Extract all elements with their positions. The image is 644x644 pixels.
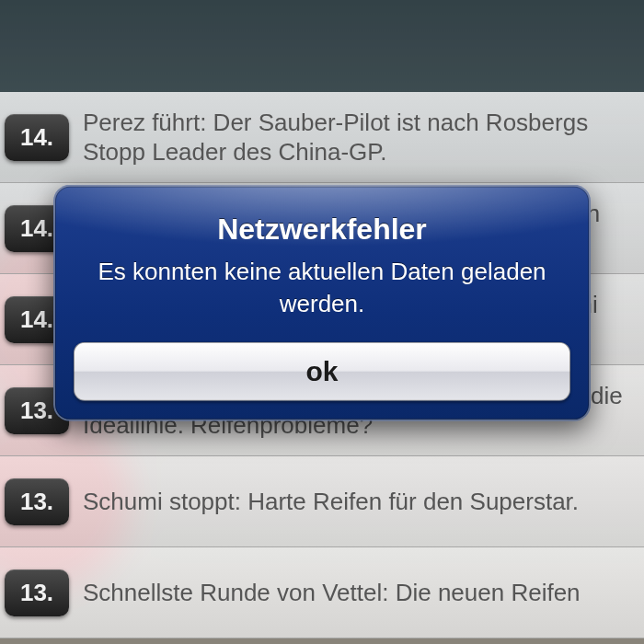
network-error-alert: Netzwerkfehler Es konnten keine aktuelle… bbox=[53, 185, 591, 421]
alert-title: Netzwerkfehler bbox=[74, 213, 570, 247]
alert-message: Es konnten keine aktuellen Daten geladen… bbox=[83, 256, 561, 320]
ok-button[interactable]: ok bbox=[74, 342, 570, 401]
